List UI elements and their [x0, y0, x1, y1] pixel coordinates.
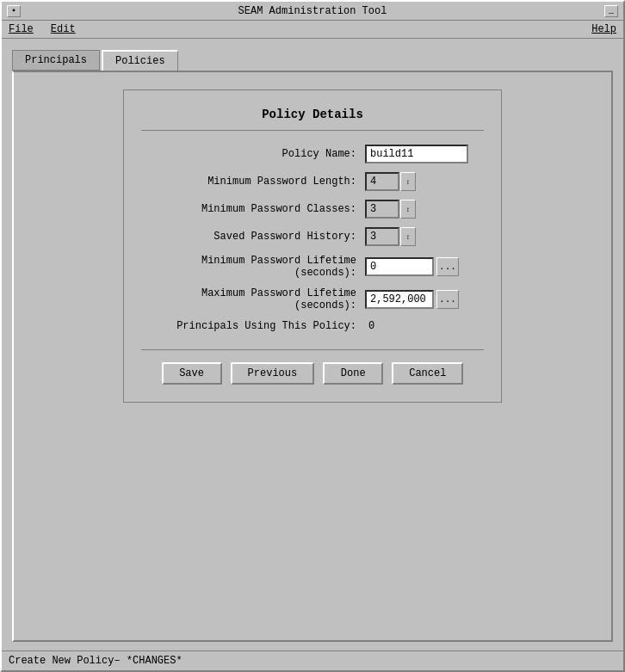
- min-password-classes-label: Minimum Password Classes:: [141, 203, 365, 215]
- panel-inner: Policy Details Policy Name: Minimum Pass…: [123, 89, 502, 403]
- max-password-lifetime-row: Maximum Password Lifetime (seconds): ...: [141, 287, 484, 311]
- policy-name-row: Policy Name:: [141, 145, 484, 163]
- main-window: ▪ SEAM Administration Tool _ File Edit H…: [0, 0, 625, 672]
- cancel-button[interactable]: Cancel: [392, 362, 463, 385]
- principals-using-value: 0: [365, 320, 374, 332]
- previous-button[interactable]: Previous: [231, 362, 315, 385]
- menu-edit[interactable]: Edit: [47, 22, 79, 36]
- min-password-length-spinner-btn[interactable]: ↕: [400, 172, 416, 191]
- saved-password-history-spinner-btn[interactable]: ↕: [400, 227, 416, 246]
- min-password-classes-spinner-btn[interactable]: ↕: [400, 200, 416, 219]
- main-panel: Policy Details Policy Name: Minimum Pass…: [12, 71, 613, 642]
- saved-password-history-input[interactable]: [365, 227, 399, 246]
- menu-help[interactable]: Help: [588, 22, 620, 36]
- button-row: Save Previous Done Cancel: [141, 362, 484, 385]
- max-password-lifetime-browse-btn[interactable]: ...: [436, 290, 459, 309]
- min-password-length-spinner: ↕: [365, 172, 416, 191]
- max-password-lifetime-input[interactable]: [365, 290, 434, 309]
- window-close-btn[interactable]: ▪: [7, 5, 21, 17]
- min-password-classes-spinner: ↕: [365, 200, 416, 219]
- title-divider: [141, 130, 484, 131]
- tabs-row: Principals Policies: [12, 47, 613, 71]
- min-password-length-row: Minimum Password Length: ↕: [141, 172, 484, 191]
- min-password-lifetime-row: Minimum Password Lifetime (seconds): ...: [141, 255, 484, 279]
- policy-name-label: Policy Name:: [141, 148, 365, 160]
- min-password-classes-row: Minimum Password Classes: ↕: [141, 200, 484, 219]
- done-button[interactable]: Done: [323, 362, 383, 385]
- min-password-classes-input[interactable]: [365, 200, 399, 219]
- saved-password-history-label: Saved Password History:: [141, 231, 365, 243]
- principals-using-row: Principals Using This Policy: 0: [141, 320, 484, 332]
- min-password-length-label: Minimum Password Length:: [141, 176, 365, 188]
- content-area: Principals Policies Policy Details Polic…: [2, 39, 623, 650]
- bottom-divider: [141, 349, 484, 350]
- max-password-lifetime-label: Maximum Password Lifetime (seconds):: [141, 287, 365, 311]
- tab-principals[interactable]: Principals: [12, 50, 100, 71]
- principals-using-label: Principals Using This Policy:: [141, 320, 365, 332]
- tab-policies[interactable]: Policies: [102, 50, 178, 71]
- min-password-lifetime-input[interactable]: [365, 257, 434, 276]
- min-password-lifetime-label: Minimum Password Lifetime (seconds):: [141, 255, 365, 279]
- status-text: Create New Policy– *CHANGES*: [9, 655, 183, 667]
- saved-password-history-row: Saved Password History: ↕: [141, 227, 484, 246]
- title-bar: ▪ SEAM Administration Tool _: [2, 2, 623, 21]
- min-password-lifetime-browse-btn[interactable]: ...: [436, 257, 459, 276]
- window-title: SEAM Administration Tool: [21, 5, 604, 17]
- save-button[interactable]: Save: [162, 362, 222, 385]
- window-minimize-btn[interactable]: _: [604, 5, 618, 17]
- saved-password-history-spinner: ↕: [365, 227, 416, 246]
- min-password-length-input[interactable]: [365, 172, 399, 191]
- panel-title: Policy Details: [141, 108, 484, 121]
- menu-bar: File Edit Help: [2, 21, 623, 39]
- menu-file[interactable]: File: [5, 22, 37, 36]
- status-bar: Create New Policy– *CHANGES*: [2, 650, 623, 670]
- policy-name-input[interactable]: [365, 145, 468, 163]
